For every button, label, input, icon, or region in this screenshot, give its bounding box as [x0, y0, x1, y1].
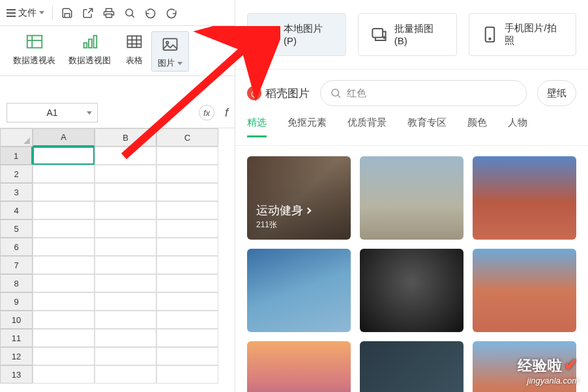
cell[interactable]: [95, 183, 156, 201]
file-label: 文件: [18, 7, 37, 19]
cell[interactable]: [33, 347, 95, 365]
tab-people[interactable]: 人物: [508, 117, 527, 137]
row-header[interactable]: 4: [0, 201, 33, 219]
cell[interactable]: [156, 219, 218, 238]
cell[interactable]: [33, 274, 95, 292]
row-header[interactable]: 5: [0, 219, 33, 238]
table-button[interactable]: 表格: [117, 31, 151, 72]
row-header[interactable]: 7: [0, 256, 33, 274]
tab-featured[interactable]: 精选: [247, 117, 267, 137]
cell[interactable]: [33, 165, 95, 183]
cell[interactable]: [156, 274, 218, 292]
cell[interactable]: [95, 311, 156, 329]
cell[interactable]: [33, 238, 95, 256]
cell[interactable]: [95, 365, 156, 384]
cell[interactable]: [33, 365, 95, 384]
fx-button[interactable]: fx: [199, 105, 214, 120]
cell[interactable]: [95, 147, 156, 165]
cell[interactable]: [95, 238, 156, 256]
cell[interactable]: [156, 292, 218, 311]
row-header[interactable]: 8: [0, 274, 33, 292]
print-icon[interactable]: [102, 7, 115, 20]
card-fitness[interactable]: 运动健身 211张: [247, 156, 351, 240]
cell-reference-input[interactable]: A1: [7, 103, 98, 122]
cell[interactable]: [95, 219, 156, 238]
cell[interactable]: [33, 147, 95, 165]
cell-grid[interactable]: A B C 1 2 3 4 5 6 7 8 9 10 11 12 13: [0, 128, 235, 384]
cell[interactable]: [95, 256, 156, 274]
select-all-corner[interactable]: [0, 128, 33, 147]
cell[interactable]: [33, 311, 95, 329]
save-icon[interactable]: [61, 7, 74, 20]
cell[interactable]: [156, 347, 218, 365]
card-image[interactable]: [473, 341, 576, 392]
card-image[interactable]: [473, 249, 576, 332]
cell[interactable]: [95, 165, 156, 183]
row-header[interactable]: 13: [0, 365, 33, 384]
col-header[interactable]: B: [95, 128, 156, 147]
row-header[interactable]: 1: [0, 147, 33, 165]
cell[interactable]: [33, 183, 95, 201]
redo-icon[interactable]: [165, 7, 178, 20]
local-image-button[interactable]: 本地图片(P): [247, 13, 346, 56]
quick-access: [61, 7, 178, 20]
cell[interactable]: [156, 165, 218, 183]
cell[interactable]: [95, 274, 156, 292]
cell[interactable]: [95, 201, 156, 219]
cell[interactable]: [95, 347, 156, 365]
tab-color[interactable]: 颜色: [467, 117, 487, 137]
cell[interactable]: [33, 201, 95, 219]
image-button[interactable]: 图片: [151, 31, 189, 72]
cell[interactable]: [156, 201, 218, 219]
card-title: 运动健身: [256, 203, 303, 218]
export-icon[interactable]: [81, 7, 95, 20]
cell[interactable]: [156, 311, 218, 329]
search-input[interactable]: 红色: [320, 80, 527, 106]
row-header[interactable]: 11: [0, 329, 33, 347]
card-vacation[interactable]: 假期旅游: [247, 341, 351, 392]
cell[interactable]: [156, 365, 218, 384]
card-image[interactable]: [247, 249, 351, 332]
pivot-table-button[interactable]: 数据透视表: [7, 31, 62, 72]
tab-background[interactable]: 优质背景: [347, 117, 387, 137]
col-header[interactable]: A: [33, 128, 95, 147]
phone-image-button[interactable]: 手机图片/拍照: [469, 13, 576, 56]
card-image[interactable]: [473, 156, 576, 240]
cell[interactable]: [156, 183, 218, 201]
row-header[interactable]: 10: [0, 311, 33, 329]
file-menu[interactable]: 文件: [7, 7, 44, 19]
svg-point-17: [264, 31, 266, 33]
cell[interactable]: [156, 147, 218, 165]
cell[interactable]: [156, 238, 218, 256]
col-header[interactable]: C: [156, 128, 218, 147]
svg-rect-18: [372, 29, 383, 37]
row-header[interactable]: 2: [0, 165, 33, 183]
preview-icon[interactable]: [123, 7, 136, 20]
svg-point-15: [166, 42, 169, 44]
tab-education[interactable]: 教育专区: [407, 117, 447, 137]
row-header[interactable]: 3: [0, 183, 33, 201]
cell[interactable]: [33, 256, 95, 274]
cell[interactable]: [95, 292, 156, 311]
pivot-chart-button[interactable]: 数据透视图: [62, 31, 117, 72]
row-header[interactable]: 12: [0, 347, 33, 365]
batch-icon: [370, 25, 388, 44]
formula-input[interactable]: f: [225, 106, 228, 120]
cell[interactable]: [156, 256, 218, 274]
svg-rect-7: [89, 39, 92, 48]
cell[interactable]: [95, 329, 156, 347]
wallpaper-pill[interactable]: 壁纸: [537, 80, 576, 106]
batch-image-button[interactable]: 批量插图(B): [358, 13, 457, 56]
card-image[interactable]: [360, 156, 463, 240]
card-image[interactable]: [360, 341, 463, 392]
cell[interactable]: [156, 329, 218, 347]
cell[interactable]: [33, 292, 95, 311]
svg-rect-8: [93, 36, 96, 48]
card-image[interactable]: [360, 249, 463, 332]
undo-icon[interactable]: [144, 7, 157, 20]
row-header[interactable]: 6: [0, 238, 33, 256]
cell[interactable]: [33, 219, 95, 238]
tab-cutout[interactable]: 免抠元素: [287, 117, 327, 137]
row-header[interactable]: 9: [0, 292, 33, 311]
cell[interactable]: [33, 329, 95, 347]
